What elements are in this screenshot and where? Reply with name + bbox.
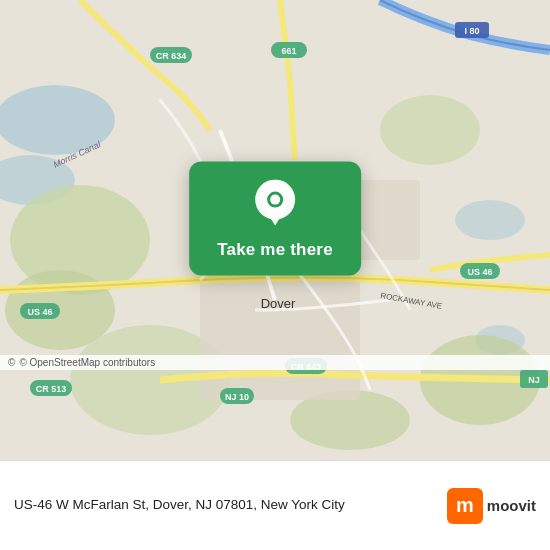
address-text: US-46 W McFarlan St, Dover, NJ 07801, Ne…: [14, 495, 447, 515]
map-attribution: © © OpenStreetMap contributors: [0, 355, 550, 370]
svg-text:661: 661: [281, 46, 296, 56]
take-me-there-button[interactable]: Take me there: [189, 162, 361, 276]
info-bar: US-46 W McFarlan St, Dover, NJ 07801, Ne…: [0, 460, 550, 550]
svg-text:CR 513: CR 513: [36, 384, 67, 394]
copyright-symbol: ©: [8, 357, 15, 368]
svg-point-36: [270, 195, 280, 205]
svg-point-7: [380, 95, 480, 165]
moovit-text: moovit: [487, 497, 536, 514]
address-block: US-46 W McFarlan St, Dover, NJ 07801, Ne…: [14, 495, 447, 515]
moovit-icon: m: [447, 488, 483, 524]
moovit-logo[interactable]: m moovit: [447, 488, 536, 524]
svg-text:I 80: I 80: [464, 26, 479, 36]
svg-text:US 46: US 46: [27, 307, 52, 317]
location-pin-icon: [253, 180, 297, 232]
address-line: US-46 W McFarlan St, Dover, NJ 07801, Ne…: [14, 497, 345, 512]
svg-text:US 46: US 46: [467, 267, 492, 277]
cta-label-text: Take me there: [217, 240, 333, 260]
svg-text:NJ: NJ: [528, 375, 540, 385]
svg-point-3: [455, 200, 525, 240]
map-area: Morris Canal CR 634 661 I 80 US 46 US 46…: [0, 0, 550, 460]
svg-text:Dover: Dover: [261, 296, 296, 311]
svg-text:NJ 10: NJ 10: [225, 392, 249, 402]
attribution-text: © OpenStreetMap contributors: [19, 357, 155, 368]
svg-text:CR 634: CR 634: [156, 51, 187, 61]
